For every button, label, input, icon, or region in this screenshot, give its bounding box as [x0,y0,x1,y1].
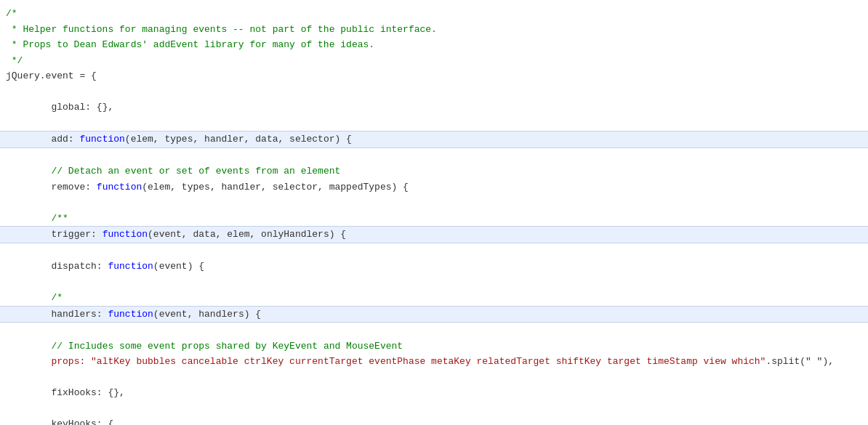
code-token: trigger: [6,227,103,242]
code-token: (elem, types, handler, data, selector) { [125,132,352,147]
code-token: /** [6,211,68,226]
code-token: */ [6,54,23,68]
code-line [0,195,868,211]
code-line: jQuery.event = { [0,68,868,84]
code-line: keyHooks: { [0,416,868,425]
code-token: function [79,132,124,147]
code-token: (event, handlers) { [153,307,261,322]
code-token: * Helper functions for managing events -… [6,23,437,37]
code-line: /* [0,6,868,22]
code-line: * Helper functions for managing events -… [0,22,868,38]
code-token: .split(" "), [765,355,834,369]
code-token: jQuery.event = { [6,69,97,84]
code-token: // Includes some event props shared by K… [6,339,403,354]
code-line [0,401,868,417]
code-line: * Props to Dean Edwards' addEvent librar… [0,37,868,53]
code-token: props: "altKey bubbles cancelable ctrlKe… [6,355,765,369]
code-token: // Detach an event or set of events from… [6,164,340,179]
code-token: dispatch: [6,259,108,274]
code-line: */ [0,53,868,69]
code-line: /** [0,211,868,227]
code-line: remove: function(elem, types, handler, s… [0,179,868,195]
code-line: dispatch: function(event) { [0,259,868,275]
code-line [0,243,868,259]
code-token: handlers: [6,307,108,322]
code-token: (event, data, elem, onlyHandlers) { [148,227,346,242]
code-line: // Includes some event props shared by K… [0,339,868,355]
code-line [0,275,868,291]
code-token: function [97,180,142,195]
code-token: global: {}, [6,100,113,115]
code-line: add: function(elem, types, handler, data… [0,131,868,148]
code-token: /* [6,7,17,21]
code-token: function [103,227,148,242]
code-line: trigger: function(event, data, elem, onl… [0,226,868,243]
code-line [0,116,868,131]
code-line: // Detach an event or set of events from… [0,163,868,179]
code-line [0,323,868,339]
code-token: function [108,259,153,274]
code-token: remove: [6,180,97,195]
code-line [0,370,868,386]
code-line: fixHooks: {}, [0,385,868,401]
code-token: * Props to Dean Edwards' addEvent librar… [6,38,374,52]
code-token: (event) { [153,259,204,274]
code-token: keyHooks: { [6,417,113,425]
code-line: props: "altKey bubbles cancelable ctrlKe… [0,354,868,370]
code-line: handlers: function(event, handlers) { [0,306,868,323]
code-token: /* [6,291,63,305]
code-line [0,148,868,164]
code-editor: /* * Helper functions for managing event… [0,0,868,425]
code-token: function [108,307,153,322]
code-line [0,84,868,100]
code-token: (elem, types, handler, selector, mappedT… [142,180,409,195]
code-token: fixHooks: {}, [6,386,125,400]
code-token: add: [6,132,79,147]
code-line: global: {}, [0,100,868,116]
code-line: /* [0,290,868,306]
